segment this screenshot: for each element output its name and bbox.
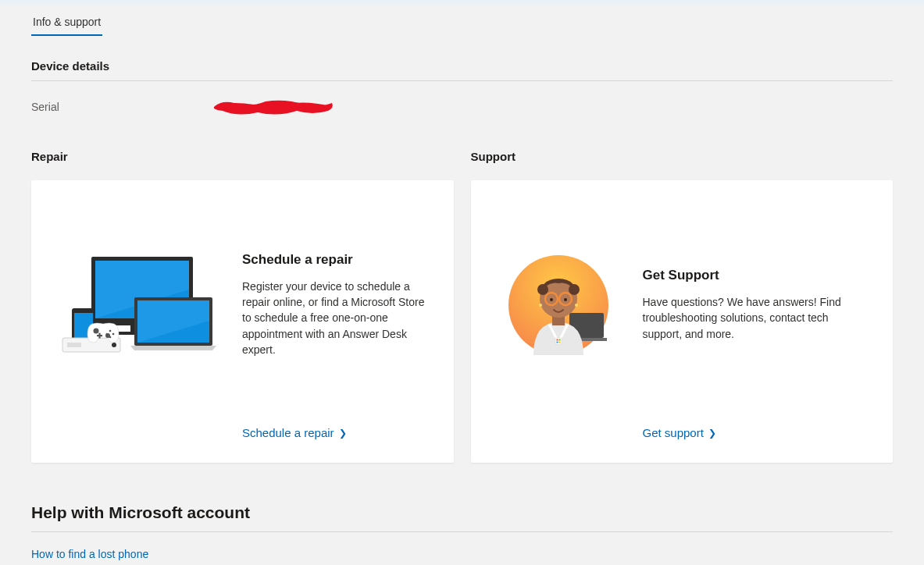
svg-rect-28 [558, 341, 560, 343]
svg-point-38 [539, 304, 542, 307]
get-support-link[interactable]: Get support ❯ [643, 426, 716, 439]
svg-point-37 [564, 298, 567, 301]
repair-column: Repair [31, 150, 454, 463]
repair-card-desc: Register your device to schedule a repai… [242, 279, 429, 357]
support-card-desc: Have questions? We have answers! Find tr… [643, 294, 869, 342]
tab-bar: Info & support [31, 0, 893, 36]
svg-rect-26 [558, 339, 560, 340]
svg-point-13 [94, 328, 99, 333]
chevron-right-icon: ❯ [339, 428, 347, 439]
serial-row: Serial [31, 95, 893, 119]
svg-point-32 [569, 284, 580, 295]
serial-label: Serial [31, 101, 211, 113]
svg-rect-27 [556, 341, 558, 343]
svg-rect-24 [555, 338, 562, 344]
get-support-link-label: Get support [643, 426, 704, 439]
svg-point-14 [109, 329, 112, 332]
devices-illustration [56, 247, 220, 364]
svg-point-31 [537, 284, 548, 295]
support-illustration [496, 247, 621, 364]
tab-info-support[interactable]: Info & support [31, 11, 102, 36]
schedule-repair-link[interactable]: Schedule a repair ❯ [242, 426, 347, 439]
svg-point-39 [575, 304, 578, 307]
chevron-right-icon: ❯ [708, 428, 716, 439]
help-section: Help with Microsoft account How to find … [31, 503, 893, 560]
lost-phone-link-label: How to find a lost phone [31, 548, 148, 560]
support-card-title: Get Support [643, 268, 869, 283]
svg-rect-25 [556, 339, 558, 340]
svg-point-18 [105, 333, 110, 338]
lost-phone-link[interactable]: How to find a lost phone [31, 548, 893, 560]
support-heading: Support [471, 150, 894, 163]
svg-point-36 [550, 298, 553, 301]
repair-heading: Repair [31, 150, 454, 163]
repair-card: Schedule a repair Register your device t… [31, 180, 454, 463]
svg-rect-12 [67, 343, 81, 347]
device-details-heading: Device details [31, 59, 893, 81]
svg-point-11 [112, 343, 116, 347]
serial-value-redacted [211, 97, 336, 117]
support-column: Support [471, 150, 894, 463]
schedule-repair-link-label: Schedule a repair [242, 426, 334, 439]
repair-card-title: Schedule a repair [242, 252, 429, 268]
help-heading: Help with Microsoft account [31, 503, 893, 532]
support-card: Get Support Have questions? We have answ… [471, 180, 894, 463]
svg-point-15 [112, 332, 115, 335]
svg-rect-20 [98, 332, 100, 338]
tab-label: Info & support [33, 16, 101, 28]
